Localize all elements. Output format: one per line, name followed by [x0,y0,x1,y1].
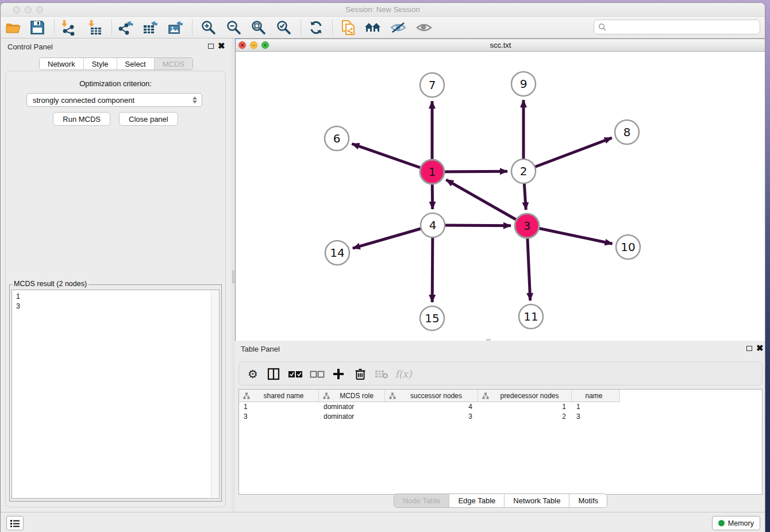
mcds-result-title: MCDS result (2 nodes) [12,280,88,288]
export-image-icon[interactable] [167,19,185,36]
graph-node-label: 15 [425,311,439,325]
table-cell: 1 [572,402,620,412]
first-neighbors-icon[interactable] [364,19,382,36]
column-header-shared-name[interactable]: shared name [239,390,319,402]
network-canvas[interactable]: 7968124314101511 [236,52,765,341]
hide-details-icon[interactable] [389,19,407,36]
criterion-value: strongly connected component [27,96,190,105]
table-cell: 3 [239,412,319,422]
node-table[interactable]: shared nameMCDS rolesuccessor nodesprede… [238,389,763,495]
mcds-result-area[interactable]: 1 3 [11,290,220,499]
float-panel-icon[interactable] [208,44,214,49]
network-window-titlebar[interactable]: ✕ − + scc.txt [236,39,765,52]
close-panel-button[interactable]: Close panel [119,112,178,126]
zoom-in-icon[interactable] [199,19,218,36]
mcds-panel: Optimization criterion: strongly connect… [5,71,226,507]
save-session-icon[interactable] [28,19,47,36]
tab-network[interactable]: Network [40,58,83,70]
search-icon [598,23,606,31]
column-header-successor-nodes[interactable]: successor nodes [385,390,478,402]
delete-table-icon[interactable] [372,365,391,383]
graph-edge-3-10 [527,226,613,244]
tab-select[interactable]: Select [117,58,154,70]
column-icon[interactable] [264,365,283,383]
table-cell: dominator [319,402,385,412]
open-file-icon[interactable] [4,19,22,36]
show-details-icon[interactable] [415,19,433,36]
table-panel-header: Table Panel ✖ [235,341,765,357]
table-row[interactable]: 1dominator411 [239,402,762,412]
divider-handle[interactable] [232,271,234,283]
toolbar-separator [54,20,55,35]
export-table-icon[interactable] [141,19,160,36]
toolbar-separator [111,20,112,35]
export-network-icon[interactable] [117,19,135,36]
network-view-title: scc.txt [236,41,765,49]
table-cell: 1 [478,402,572,412]
table-cell: dominator [319,412,385,422]
graph-node-label: 9 [520,77,528,91]
table-row[interactable]: 3dominator323 [239,412,762,422]
graph-node-label: 4 [429,218,437,232]
close-table-panel-icon[interactable]: ✖ [756,343,764,353]
result-scrollbar[interactable] [211,291,218,498]
add-icon[interactable] [329,365,348,383]
memory-label: Memory [728,519,754,527]
column-header-name[interactable]: name [572,390,620,402]
control-panel-tabs: NetworkStyleSelectMCDS [39,57,193,70]
graph-node-label: 6 [333,132,341,145]
import-network-icon[interactable] [59,19,78,36]
desktop-wallpaper: Session: New Session [0,0,770,532]
memory-status-icon [718,520,725,526]
toolbar-separator [332,20,333,35]
table-panel-title: Table Panel [241,345,280,353]
column-header-MCDS-role[interactable]: MCDS role [319,390,385,402]
delete-icon[interactable] [351,365,369,383]
graph-node-label: 7 [429,78,436,92]
tab-mcds[interactable]: MCDS [154,58,192,70]
import-table-icon[interactable] [86,19,105,36]
zoom-out-icon[interactable] [225,19,243,36]
graph-node-label: 3 [523,219,531,233]
table-panel: Table Panel ✖ ⚙ [235,341,765,512]
network-view-window: ✕ − + scc.txt 7968124314101511 [235,38,765,341]
graph-node-label: 2 [520,164,528,178]
table-toolbar: ⚙ [238,361,763,385]
deselect-all-icon[interactable] [308,365,326,383]
refresh-icon[interactable] [307,19,325,36]
table-tabs: Node TableEdge TableNetwork TableMotifs [235,494,765,508]
mcds-result-group: MCDS result (2 nodes) 1 3 [9,284,222,502]
column-header-predecessor-nodes[interactable]: predecessor nodes [478,390,572,402]
gear-icon[interactable]: ⚙ [244,365,262,383]
graph-node-label: 14 [330,246,344,260]
main-toolbar [1,17,765,38]
task-history-button[interactable] [6,516,24,530]
tab-style[interactable]: Style [83,58,117,70]
zoom-selected-icon[interactable] [275,19,293,36]
select-all-icon[interactable] [286,365,305,383]
tab-network-table[interactable]: Network Table [504,494,569,507]
memory-button[interactable]: Memory [712,516,760,530]
search-input[interactable] [606,23,760,32]
float-table-panel-icon[interactable] [746,346,752,351]
tab-motifs[interactable]: Motifs [569,494,607,507]
graph-node-label: 10 [621,240,635,254]
function-icon[interactable]: f(x) [394,365,413,383]
status-bar: Memory [1,512,765,532]
criterion-select[interactable]: strongly connected component [26,93,202,107]
list-icon [10,519,20,527]
tab-node-table[interactable]: Node Table [394,494,449,507]
app-window: Session: New Session [0,2,765,532]
main-area: Control Panel ✖ NetworkStyleSelectMCDS O… [1,38,765,512]
optimization-label: Optimization criterion: [6,79,225,88]
clone-network-icon[interactable] [339,19,357,36]
graph-node-label: 8 [623,125,631,139]
close-panel-icon[interactable]: ✖ [218,41,225,51]
tab-edge-table[interactable]: Edge Table [449,494,504,507]
toolbar-separator [192,20,192,35]
window-titlebar: Session: New Session [1,3,765,17]
zoom-fit-icon[interactable] [249,19,268,36]
run-mcds-button[interactable]: Run MCDS [53,112,110,126]
table-cell: 4 [385,402,478,412]
toolbar-separator [301,20,301,35]
